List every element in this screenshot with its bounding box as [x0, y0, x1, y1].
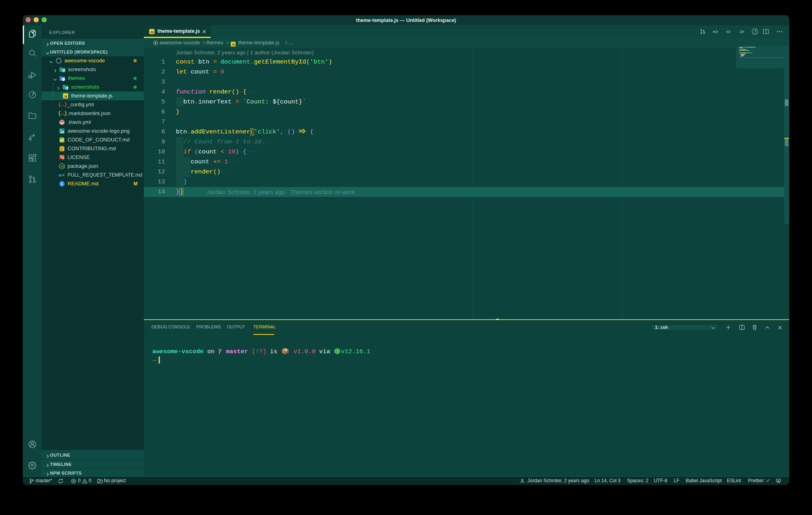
svg-text:JS: JS	[60, 165, 64, 168]
svg-text:JS: JS	[232, 43, 235, 46]
svg-text:JS: JS	[64, 95, 68, 98]
svg-text:M: M	[59, 173, 62, 177]
svg-text:JS: JS	[150, 31, 154, 34]
